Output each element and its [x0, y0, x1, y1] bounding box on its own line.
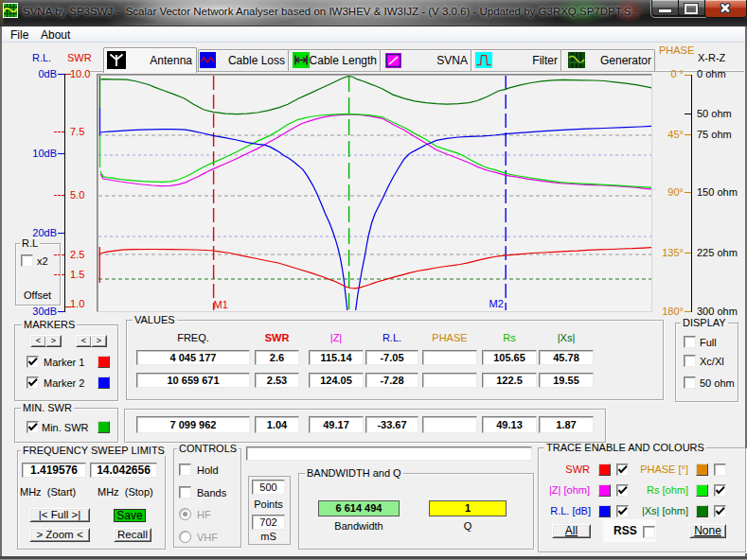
svg-text:M1: M1 [214, 299, 228, 310]
svg-text:M2: M2 [489, 298, 504, 309]
